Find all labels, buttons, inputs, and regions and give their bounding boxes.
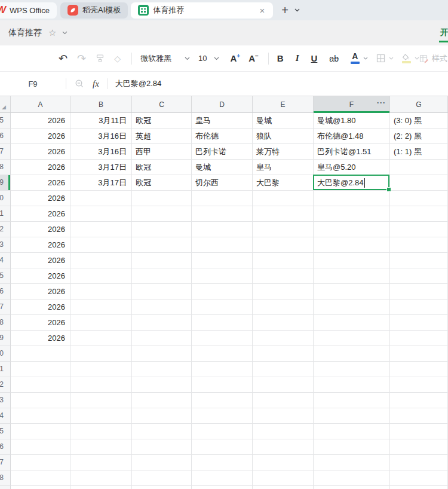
cell-G12[interactable]	[390, 222, 448, 237]
format-painter-icon[interactable]	[96, 54, 105, 63]
zoom-out-icon[interactable]	[75, 79, 84, 88]
redo-icon[interactable]: ↷	[77, 52, 86, 65]
cell-B26[interactable]	[70, 439, 132, 455]
cell-D26[interactable]	[192, 439, 253, 455]
cell-reference-box[interactable]: F9	[0, 80, 66, 88]
col-header-E[interactable]: E	[253, 96, 314, 112]
cell-F10[interactable]	[314, 191, 390, 206]
cell-F14[interactable]	[314, 253, 390, 268]
cell-A19[interactable]: 2026	[11, 331, 70, 346]
cell-G10[interactable]	[390, 191, 448, 206]
cell-D20[interactable]	[192, 346, 253, 362]
cell-E18[interactable]	[253, 315, 314, 331]
cell-A28[interactable]	[11, 470, 70, 486]
cell-G28[interactable]	[390, 470, 448, 486]
bold-button[interactable]: B	[277, 53, 284, 63]
cell-F22[interactable]	[314, 377, 390, 393]
decrease-font-button[interactable]: A−	[248, 53, 259, 63]
cell-A24[interactable]	[11, 408, 70, 424]
cell-D14[interactable]	[192, 253, 253, 268]
cell-F20[interactable]	[314, 346, 390, 362]
cell-E25[interactable]	[253, 424, 314, 439]
cell-A29[interactable]	[11, 486, 70, 489]
cell-F15[interactable]	[314, 268, 390, 284]
cell-A21[interactable]	[11, 362, 70, 377]
cell-G11[interactable]	[390, 206, 448, 222]
cell-E24[interactable]	[253, 408, 314, 424]
cell-D24[interactable]	[192, 408, 253, 424]
cell-A25[interactable]	[11, 424, 70, 439]
col-header-C[interactable]: C	[132, 96, 192, 112]
cell-C6[interactable]: 英超	[132, 129, 192, 144]
cell-D6[interactable]: 布伦德	[192, 129, 253, 144]
cell-C25[interactable]	[132, 424, 192, 439]
cell-G8[interactable]	[390, 160, 448, 175]
cell-A16[interactable]: 2026	[11, 284, 70, 299]
cell-B7[interactable]: 3月16日	[70, 144, 132, 160]
cell-A11[interactable]: 2026	[11, 206, 70, 222]
cell-A6[interactable]: 2026	[11, 129, 70, 144]
cell-C22[interactable]	[132, 377, 192, 393]
cell-B24[interactable]	[70, 408, 132, 424]
font-size-select[interactable]: 10	[198, 54, 219, 63]
row-header-9[interactable]: 9	[0, 175, 11, 191]
cell-A13[interactable]: 2026	[11, 237, 70, 253]
cell-E17[interactable]	[253, 299, 314, 315]
cell-B19[interactable]	[70, 331, 132, 346]
row-header-22[interactable]: 22	[0, 377, 11, 393]
cell-G29[interactable]	[390, 486, 448, 489]
cell-C29[interactable]	[132, 486, 192, 489]
row-header-19[interactable]: 19	[0, 331, 11, 346]
cell-B5[interactable]: 3月11日	[70, 113, 132, 129]
fill-color-chevron-icon[interactable]	[415, 57, 419, 60]
tab-sheet-active[interactable]: 体育推荐 ×	[131, 2, 273, 19]
cell-D8[interactable]: 曼城	[192, 160, 253, 175]
cell-E21[interactable]	[253, 362, 314, 377]
cell-B23[interactable]	[70, 393, 132, 408]
formula-input[interactable]: 大巴黎@2.84	[115, 78, 162, 89]
cell-G9[interactable]	[390, 175, 448, 191]
cell-B13[interactable]	[70, 237, 132, 253]
cell-C27[interactable]	[132, 455, 192, 470]
cell-E29[interactable]	[253, 486, 314, 489]
cell-B10[interactable]	[70, 191, 132, 206]
cell-G24[interactable]	[390, 408, 448, 424]
row-header-13[interactable]: 13	[0, 237, 11, 253]
cell-F25[interactable]	[314, 424, 390, 439]
cell-C23[interactable]	[132, 393, 192, 408]
new-tab-button[interactable]: +	[281, 4, 289, 17]
row-header-18[interactable]: 18	[0, 315, 11, 331]
cell-C26[interactable]	[132, 439, 192, 455]
cell-F23[interactable]	[314, 393, 390, 408]
cell-F19[interactable]	[314, 331, 390, 346]
cell-G7[interactable]: (1: 1) 黑	[390, 144, 448, 160]
cell-G16[interactable]	[390, 284, 448, 299]
cell-B27[interactable]	[70, 455, 132, 470]
row-header-11[interactable]: 11	[0, 206, 11, 222]
cell-G18[interactable]	[390, 315, 448, 331]
cell-E16[interactable]	[253, 284, 314, 299]
strikethrough-button[interactable]: ab	[329, 54, 339, 63]
cell-E20[interactable]	[253, 346, 314, 362]
clear-format-eraser-icon[interactable]: ◇	[114, 54, 121, 63]
cell-E15[interactable]	[253, 268, 314, 284]
cell-A23[interactable]	[11, 393, 70, 408]
cell-A7[interactable]: 2026	[11, 144, 70, 160]
cell-B18[interactable]	[70, 315, 132, 331]
cell-D7[interactable]: 巴列卡诺	[192, 144, 253, 160]
cell-D27[interactable]	[192, 455, 253, 470]
cell-E26[interactable]	[253, 439, 314, 455]
cell-D28[interactable]	[192, 470, 253, 486]
cell-A8[interactable]: 2026	[11, 160, 70, 175]
cell-G17[interactable]	[390, 299, 448, 315]
cell-D19[interactable]	[192, 331, 253, 346]
cell-C24[interactable]	[132, 408, 192, 424]
cell-B6[interactable]: 3月16日	[70, 129, 132, 144]
cell-B16[interactable]	[70, 284, 132, 299]
cell-E5[interactable]: 曼城	[253, 113, 314, 129]
row-header-16[interactable]: 16	[0, 284, 11, 299]
cell-F24[interactable]	[314, 408, 390, 424]
cell-B28[interactable]	[70, 470, 132, 486]
row-header-26[interactable]: 26	[0, 439, 11, 455]
cell-D18[interactable]	[192, 315, 253, 331]
